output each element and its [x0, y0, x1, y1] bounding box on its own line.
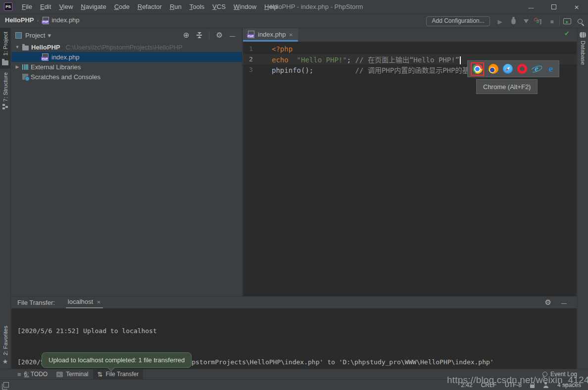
- file-transfer-header: File Transfer: localhost: [11, 296, 577, 308]
- menu-code[interactable]: Code: [110, 1, 134, 12]
- database-icon: [580, 32, 586, 38]
- line-number: 2: [243, 55, 268, 63]
- structure-icon: [2, 104, 8, 109]
- chevron-expanded-icon[interactable]: ▼: [15, 45, 20, 49]
- right-tool-window-stripe: Database: [577, 28, 588, 369]
- code-line-1[interactable]: 1 <?php: [243, 44, 577, 54]
- watermark: https://blog.csdn.net/weixin_41245990: [447, 375, 588, 386]
- hide-panel-icon[interactable]: [561, 299, 567, 306]
- debug-button[interactable]: [509, 17, 518, 26]
- phpstorm-logo-icon: PS: [4, 2, 12, 11]
- menu-window[interactable]: Window: [230, 1, 260, 12]
- project-tool-window-icon: [15, 32, 22, 39]
- menu-refactor[interactable]: Refactor: [134, 1, 166, 12]
- project-root-name: HelloPHP: [31, 44, 60, 51]
- safari-browser-icon[interactable]: [503, 64, 513, 74]
- chevron-collapsed-icon[interactable]: ▶: [15, 64, 20, 69]
- breadcrumb-project[interactable]: HelloPHP: [5, 16, 34, 24]
- open-in-browser-popup: e e: [467, 60, 559, 77]
- external-libraries-label: External Libraries: [31, 63, 81, 71]
- window-controls: [520, 0, 588, 14]
- close-button[interactable]: [565, 0, 588, 14]
- editor-area: index.php 1 <?php 2 echo "Hello PHP!"; /…: [243, 28, 577, 296]
- terminal-icon: [56, 372, 63, 377]
- file-transfer-arrows-icon: [98, 371, 103, 378]
- file-transfer-tab-localhost[interactable]: localhost: [66, 296, 103, 308]
- menu-navigate[interactable]: Navigate: [77, 1, 110, 12]
- line-comment: // 在页面上输出“Hello PHP!”: [355, 56, 459, 64]
- tree-row-scratches[interactable]: Scratches and Consoles: [11, 72, 242, 82]
- stop-button[interactable]: [547, 17, 556, 26]
- file-transfer-tab[interactable]: File Transfer: [93, 369, 144, 380]
- stripe-button-structure[interactable]: 7: Structure: [0, 69, 10, 113]
- menu-bar: File Edit View Navigate Code Refactor Ru…: [18, 1, 282, 12]
- editor-tab-index-php[interactable]: index.php: [243, 28, 298, 42]
- minimize-button[interactable]: [520, 0, 542, 14]
- tool-window-layout-icon[interactable]: [3, 382, 9, 388]
- stripe-structure-label: 7: Structure: [2, 72, 8, 101]
- run-icon: [497, 18, 502, 25]
- search-everywhere-button[interactable]: [576, 17, 585, 26]
- breadcrumb-file[interactable]: index.php: [42, 16, 79, 24]
- tree-row-external-libraries[interactable]: ▶ External Libraries: [11, 62, 242, 72]
- editor-tab-label: index.php: [258, 31, 286, 38]
- tree-row-index-php[interactable]: index.php: [11, 52, 242, 62]
- toolbar-separator: [559, 17, 560, 25]
- project-panel-title[interactable]: Project: [25, 32, 45, 39]
- breadcrumb-file-label: index.php: [51, 16, 79, 24]
- run-button[interactable]: [495, 17, 504, 26]
- window-title: HelloPHP - index.php - PhpStorm: [267, 3, 363, 10]
- tree-row-project-root[interactable]: ▼ HelloPHP C:\Users\lzc\PhpstormProjects…: [11, 42, 242, 52]
- upload-notification-balloon[interactable]: Upload to localhost completed: 1 file tr…: [42, 352, 192, 368]
- maximize-icon: [551, 4, 556, 9]
- stripe-favorites-label: 2: Favorites: [2, 326, 8, 355]
- stripe-button-project[interactable]: 1: Project: [0, 28, 10, 69]
- chrome-tooltip: Chrome (Alt+F2): [476, 79, 538, 94]
- header-separator: [209, 31, 209, 39]
- coverage-button[interactable]: [522, 17, 531, 26]
- todo-label: 6: TODO: [24, 371, 48, 378]
- tab-close-icon[interactable]: [97, 298, 100, 305]
- todo-tab[interactable]: 6: TODO: [13, 369, 52, 380]
- menu-file[interactable]: File: [18, 1, 36, 12]
- inspections-ok-icon[interactable]: [564, 30, 570, 37]
- add-configuration-button[interactable]: Add Configuration...: [426, 16, 490, 26]
- breadcrumb: HelloPHP › index.php: [5, 16, 80, 24]
- hide-panel-icon[interactable]: [230, 32, 235, 39]
- collapse-all-icon[interactable]: [196, 32, 202, 38]
- project-panel-header: Project: [11, 28, 242, 42]
- run-anything-button[interactable]: [563, 17, 572, 26]
- title-bar: PS File Edit View Navigate Code Refactor…: [0, 0, 588, 14]
- text-cursor: [460, 56, 461, 64]
- scratches-icon: [22, 74, 28, 80]
- menu-vcs[interactable]: VCS: [208, 1, 230, 12]
- firefox-browser-icon[interactable]: [489, 64, 498, 74]
- menu-tools[interactable]: Tools: [186, 1, 208, 12]
- stripe-button-favorites[interactable]: 2: Favorites: [0, 322, 10, 369]
- php-file-icon: [247, 31, 255, 38]
- menu-run[interactable]: Run: [166, 1, 186, 12]
- php-file-icon: [42, 17, 49, 24]
- tab-close-icon[interactable]: [289, 31, 293, 38]
- gear-icon[interactable]: [545, 298, 551, 307]
- stop-icon: [550, 18, 553, 25]
- chevron-down-icon[interactable]: [45, 32, 51, 39]
- opera-browser-icon[interactable]: [517, 64, 527, 74]
- menu-edit[interactable]: Edit: [36, 1, 55, 12]
- scratches-label: Scratches and Consoles: [31, 73, 100, 81]
- menu-view[interactable]: View: [55, 1, 77, 12]
- chrome-browser-icon[interactable]: [473, 64, 483, 74]
- terminal-tab[interactable]: Terminal: [52, 369, 93, 380]
- tree-file-label: index.php: [51, 53, 79, 61]
- stripe-button-database[interactable]: Database: [578, 28, 588, 68]
- internet-explorer-browser-icon[interactable]: e: [532, 64, 541, 74]
- locate-file-icon[interactable]: [183, 31, 190, 40]
- stripe-project-label: 1: Project: [2, 32, 8, 56]
- coverage-icon: [524, 19, 529, 23]
- favorites-star-icon: [2, 358, 8, 365]
- profiler-button[interactable]: #]: [535, 17, 543, 26]
- close-icon: [574, 3, 579, 11]
- gear-icon[interactable]: [216, 31, 223, 40]
- edge-browser-icon[interactable]: e: [546, 64, 556, 74]
- maximize-button[interactable]: [542, 0, 565, 14]
